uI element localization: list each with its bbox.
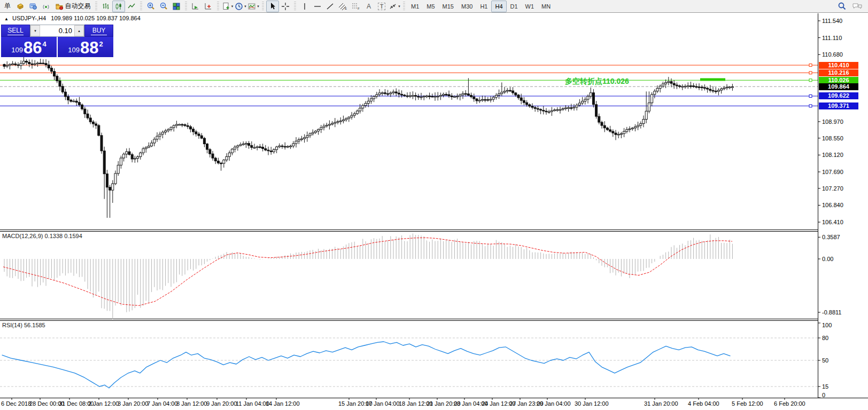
time-axis-label: 3 Jan 20:00 — [118, 400, 149, 407]
axis-tick-label: -0.8811 — [822, 309, 842, 316]
buy-underline — [91, 35, 107, 35]
autotrading-button[interactable]: 自动交易 — [52, 1, 93, 12]
signals-icon[interactable] — [40, 1, 52, 12]
volume-increase-button[interactable]: ▴ — [74, 25, 84, 36]
time-axis-label: 17 Jan 04:00 — [366, 400, 400, 407]
level-price-label: 109.371 — [819, 102, 858, 109]
sell-price-prefix: 109 — [11, 46, 23, 54]
sell-button-label: SELL — [7, 27, 23, 34]
mt4-terminal-window: 单 自动交易 — [0, 0, 868, 410]
new-chart-button[interactable]: ▾ — [221, 1, 234, 12]
axis-tick-label: 106.840 — [822, 202, 843, 208]
timeframe-button-m30[interactable]: M30 — [458, 1, 476, 12]
cursor-tool-icon[interactable] — [266, 1, 279, 12]
axis-tick-label: 80 — [822, 335, 828, 341]
toolbar-grip — [217, 2, 219, 11]
autotrading-icon — [55, 2, 64, 11]
macd-indicator-label: MACD(12,26,9) 0.1338 0.1594 — [2, 233, 82, 239]
axis-tick-label: 15 — [822, 383, 828, 390]
new-order-button[interactable]: 单 — [1, 1, 14, 12]
line-chart-type-icon[interactable] — [125, 1, 138, 12]
timeframe-button-m5[interactable]: M5 — [423, 1, 438, 12]
periods-clock-button[interactable]: ▾ — [234, 1, 247, 12]
buy-price-big: 88 — [80, 41, 98, 56]
text-label-tool-icon[interactable]: T — [375, 1, 388, 12]
zoom-in-icon[interactable] — [144, 1, 157, 12]
sell-button[interactable]: SELL — [1, 25, 30, 37]
toolbar-grip — [403, 2, 405, 11]
pivot-annotation-text: 多空转折点110.026 — [565, 77, 629, 86]
time-axis-label: 29 Jan 04:00 — [537, 400, 571, 407]
channel-tag: E — [345, 7, 347, 10]
time-axis-label: 2 Jan 12:00 — [88, 400, 119, 407]
timeframe-button-mn[interactable]: MN — [538, 1, 554, 12]
gold-cube-icon[interactable] — [14, 1, 27, 12]
axis-tick-label: 108.120 — [822, 152, 843, 158]
chart-shift-icon[interactable] — [202, 1, 215, 12]
terminal-icon[interactable] — [27, 1, 40, 12]
time-axis-label: 6 Feb 20:00 — [774, 400, 805, 407]
level-price-label: 109.622 — [819, 92, 858, 99]
chart-canvas[interactable] — [0, 0, 868, 410]
buy-price-display[interactable]: 109 88 2 — [58, 37, 113, 57]
axis-tick-label: 100 — [822, 322, 832, 328]
toolbar-grip — [95, 2, 97, 11]
axis-tick-label: 108.550 — [822, 135, 843, 141]
timeframe-button-w1[interactable]: W1 — [522, 1, 538, 12]
axis-tick-label: 108.970 — [822, 119, 843, 125]
sell-price-display[interactable]: 109 86 4 — [1, 37, 57, 57]
toolbar-grip — [294, 2, 296, 11]
arrows-tool-icon[interactable]: ▾ — [388, 1, 401, 12]
timeframe-button-m1[interactable]: M1 — [407, 1, 423, 12]
zoom-out-icon[interactable] — [157, 1, 170, 12]
sell-price-big: 86 — [24, 41, 42, 56]
vertical-line-tool-icon[interactable] — [298, 1, 311, 12]
one-click-trading-panel: SELL ▾ ▴ BUY 109 86 4 109 88 2 — [1, 25, 113, 57]
fibo-tag: F — [358, 7, 360, 10]
buy-button-label: BUY — [92, 27, 106, 34]
toolbar-grip — [140, 2, 142, 11]
time-axis-label: 11 Jan 04:00 — [236, 400, 269, 407]
search-icon[interactable] — [838, 2, 847, 11]
tile-windows-icon[interactable] — [170, 1, 183, 12]
timeframe-group: M1M5M15M30H1H4D1W1MN — [407, 1, 554, 12]
volume-input[interactable] — [40, 25, 74, 36]
timeframe-button-h1[interactable]: H1 — [476, 1, 491, 12]
buy-price-pip: 2 — [99, 40, 103, 48]
time-axis-label: 8 Jan 12:00 — [176, 400, 207, 407]
text-tool-icon[interactable]: A — [362, 1, 375, 12]
timeframe-button-h4[interactable]: H4 — [491, 1, 506, 12]
level-price-label: 110.216 — [819, 69, 858, 76]
crosshair-tool-icon[interactable] — [279, 1, 292, 12]
time-axis-label: 5 Feb 12:00 — [732, 400, 763, 407]
toolbar: 单 自动交易 — [0, 0, 868, 13]
time-axis-label: 30 Jan 12:00 — [575, 400, 609, 407]
trendline-tool-icon[interactable] — [324, 1, 337, 12]
volume-control: ▾ ▴ — [30, 25, 84, 37]
candlestick-chart-type-icon[interactable] — [112, 1, 125, 12]
current-price-label: 109.864 — [819, 83, 858, 90]
time-axis-label: 31 Jan 20:00 — [644, 400, 678, 407]
axis-tick-label: 50 — [822, 357, 828, 364]
indicators-button[interactable]: ▾ — [247, 1, 260, 12]
toolbar-grip — [185, 2, 187, 11]
horizontal-line-tool-icon[interactable] — [311, 1, 324, 12]
fibonacci-tool-icon[interactable]: F — [350, 1, 362, 12]
volume-decrease-button[interactable]: ▾ — [30, 25, 40, 36]
equidistant-channel-tool-icon[interactable]: E — [337, 1, 350, 12]
chat-icon[interactable] — [852, 2, 863, 11]
time-axis-label: 4 Feb 04:00 — [688, 400, 719, 407]
axis-tick-label: 0 — [822, 392, 825, 398]
axis-tick-label: 0.00 — [822, 256, 833, 262]
bar-chart-type-icon[interactable] — [99, 1, 112, 12]
sell-price-pip: 4 — [42, 40, 46, 48]
symbol-period-label: USDJPY-,H4 — [12, 15, 46, 21]
autotrading-label: 自动交易 — [65, 2, 91, 11]
auto-scroll-icon[interactable] — [189, 1, 202, 12]
buy-button[interactable]: BUY — [84, 25, 113, 37]
axis-tick-label: 107.690 — [822, 169, 843, 175]
collapse-triangle-icon[interactable]: ▲ — [4, 17, 9, 21]
timeframe-button-d1[interactable]: D1 — [507, 1, 522, 12]
timeframe-button-m15[interactable]: M15 — [439, 1, 458, 12]
toolbar-grip — [262, 2, 264, 11]
